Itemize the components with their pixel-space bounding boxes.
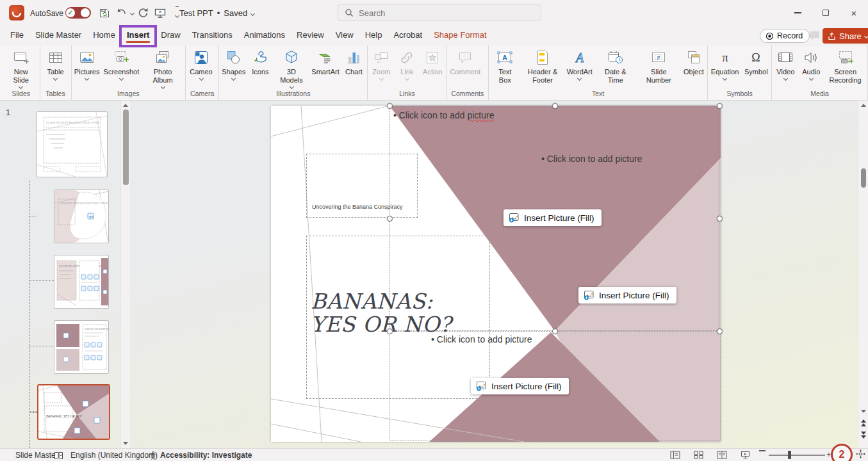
zoom-out-button[interactable]: [759, 450, 766, 451]
thumbnail-panel-scrollbar[interactable]: [120, 101, 130, 448]
normal-view-button[interactable]: [670, 451, 680, 461]
zoom-slider-handle[interactable]: [788, 451, 791, 459]
selection-handle-mid-right[interactable]: [717, 216, 723, 222]
layout-thumbnail-4-selected[interactable]: BANANAS: YES OR NO?: [37, 384, 110, 440]
comments-icon[interactable]: [808, 30, 821, 44]
wordart-button[interactable]: A WordArt: [565, 45, 594, 81]
tab-slide-master[interactable]: Slide Master: [29, 26, 87, 45]
smartart-button[interactable]: SmartArt: [310, 45, 341, 77]
previous-slide-button[interactable]: [861, 419, 866, 426]
undo-button[interactable]: [113, 5, 129, 20]
insert-picture-fill-button-3[interactable]: Insert Picture (Fill): [471, 378, 569, 394]
tab-home[interactable]: Home: [87, 26, 121, 45]
object-button[interactable]: Object: [681, 45, 707, 77]
selection-handle-mid-left[interactable]: [387, 216, 393, 222]
fit-slide-to-window-button[interactable]: [856, 449, 865, 461]
slide-number-button[interactable]: # Slide Number: [637, 45, 681, 85]
screen-recording-button[interactable]: Screen Recording: [824, 45, 867, 85]
smartart-icon: [316, 49, 334, 67]
icons-button[interactable]: Icons: [247, 45, 273, 77]
accessibility-status[interactable]: Accessibility: Investigate: [160, 451, 252, 460]
tab-animations[interactable]: Animations: [238, 26, 291, 45]
tab-help[interactable]: Help: [359, 26, 388, 45]
close-button[interactable]: ×: [840, 0, 868, 26]
start-presentation-button[interactable]: [152, 5, 168, 20]
3d-models-icon: [283, 49, 300, 67]
slideshow-view-button[interactable]: [741, 451, 750, 461]
layout-thumbnail-1[interactable]: Click to edit Master title style: [54, 190, 109, 243]
undo-dropdown-caret[interactable]: [130, 10, 135, 15]
search-input[interactable]: [359, 8, 519, 18]
master-slide-thumbnail[interactable]: Click to edit Master title style: [37, 111, 108, 177]
tab-transitions[interactable]: Transitions: [186, 26, 238, 45]
selection-handle-bottom-left[interactable]: [387, 328, 393, 334]
text-box-button[interactable]: A Text Box: [489, 45, 520, 85]
pictures-button[interactable]: Pictures: [72, 45, 102, 81]
reading-view-button[interactable]: [717, 451, 727, 461]
layout-thumbnail-2[interactable]: Click to edit Master title style: [54, 255, 109, 309]
minimize-button[interactable]: [783, 0, 812, 26]
new-slide-button[interactable]: New Slide: [3, 45, 39, 89]
tab-file[interactable]: File: [4, 26, 29, 45]
tab-acrobat[interactable]: Acrobat: [388, 26, 428, 45]
tab-insert[interactable]: Insert: [121, 26, 155, 45]
view-mode-label[interactable]: Slide Master: [15, 451, 58, 460]
equation-icon: π: [716, 49, 734, 67]
autosave-toggle[interactable]: ✓: [65, 7, 91, 19]
screenshot-button[interactable]: Screenshot: [102, 45, 141, 81]
chart-button[interactable]: Chart: [341, 45, 366, 77]
header-footer-button[interactable]: Header & Footer: [520, 45, 564, 85]
selection-handle-top-mid[interactable]: [552, 103, 558, 109]
spell-check-icon[interactable]: [54, 451, 63, 461]
picture-placeholder-prompt-2[interactable]: • Click icon to add picture: [541, 154, 642, 164]
photo-album-button[interactable]: Photo Album: [141, 45, 184, 89]
maximize-button[interactable]: [812, 0, 840, 26]
selection-handle-bottom-mid[interactable]: [552, 328, 558, 334]
ribbon-group-tables: Table Tables: [40, 45, 72, 100]
equation-button[interactable]: π Equation: [708, 45, 741, 81]
panel-scroll-up-arrow[interactable]: [123, 104, 128, 107]
tab-shape-format[interactable]: Shape Format: [428, 26, 492, 45]
next-slide-button[interactable]: [861, 432, 866, 439]
panel-scroll-down-arrow[interactable]: [123, 442, 128, 445]
canvas-scroll-up-arrow[interactable]: [861, 104, 866, 107]
screen-recording-icon: [837, 49, 855, 67]
share-button[interactable]: Share: [823, 28, 868, 44]
canvas-scrollbar-thumb[interactable]: [861, 168, 866, 188]
slide-sorter-view-button[interactable]: [694, 451, 703, 461]
selection-handle-top-left[interactable]: [387, 103, 393, 109]
panel-scrollbar-thumb[interactable]: [123, 109, 129, 185]
document-title[interactable]: Test PPT • Saved: [179, 8, 254, 18]
3d-models-button[interactable]: 3D Models: [273, 45, 309, 89]
selection-handle-bottom-right[interactable]: [717, 328, 723, 334]
search-box[interactable]: [338, 4, 541, 21]
powerpoint-logo-icon[interactable]: [9, 5, 24, 20]
insert-picture-fill-button-1[interactable]: Insert Picture (Fill): [504, 209, 602, 226]
picture-placeholder-prompt-1[interactable]: • Click icon to add picture: [393, 110, 494, 120]
selection-handle-top-right[interactable]: [717, 103, 723, 109]
tab-review[interactable]: Review: [291, 26, 330, 45]
canvas-scroll-down-arrow[interactable]: [861, 410, 866, 413]
record-button[interactable]: Record: [760, 29, 810, 43]
video-button[interactable]: Video: [773, 45, 798, 81]
tab-draw[interactable]: Draw: [155, 26, 186, 45]
presentation-display-icon: [154, 6, 167, 19]
language-label[interactable]: English (United Kingdom): [70, 451, 158, 460]
accessibility-icon[interactable]: [149, 451, 158, 461]
redo-button[interactable]: [135, 5, 152, 20]
shapes-button[interactable]: Shapes: [220, 45, 247, 81]
audio-button[interactable]: Audio: [798, 45, 824, 81]
slide-subtitle-text[interactable]: Uncovering the Banana Conspiracy: [312, 204, 403, 210]
symbol-button[interactable]: Ω Symbol: [741, 45, 771, 77]
tab-view[interactable]: View: [330, 26, 359, 45]
canvas-scrollbar[interactable]: [858, 101, 868, 448]
date-time-button[interactable]: Date & Time: [594, 45, 637, 85]
slide-canvas[interactable]: • Click icon to add picture • Click icon…: [271, 106, 721, 442]
audio-icon: [802, 49, 820, 67]
layout-thumbnail-3[interactable]: Click to edit Master title style: [54, 320, 109, 374]
insert-picture-fill-button-2[interactable]: Insert Picture (Fill): [578, 287, 676, 303]
cameo-button[interactable]: Cameo: [186, 45, 216, 81]
table-button[interactable]: Table: [41, 45, 70, 81]
save-button[interactable]: [96, 5, 113, 20]
zoom-slider-track[interactable]: [769, 455, 825, 456]
